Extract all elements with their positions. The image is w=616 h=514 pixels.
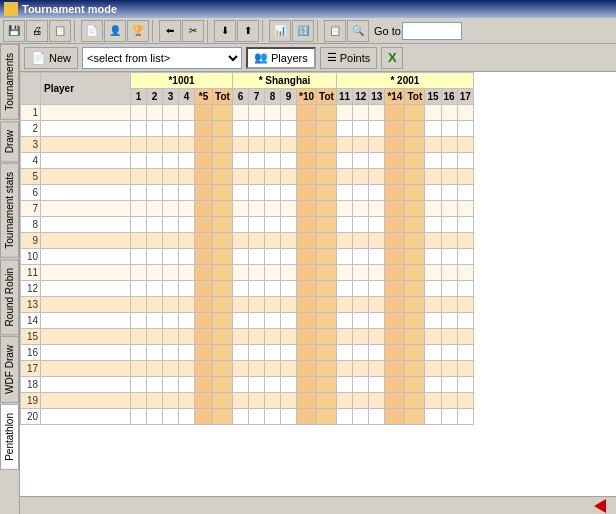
data-cell[interactable]: [441, 265, 457, 281]
data-cell[interactable]: [337, 185, 353, 201]
data-cell[interactable]: [163, 313, 179, 329]
data-cell[interactable]: [337, 345, 353, 361]
tot-cell[interactable]: [405, 137, 425, 153]
data-cell[interactable]: [131, 265, 147, 281]
data-cell[interactable]: [441, 297, 457, 313]
data-cell[interactable]: [281, 377, 297, 393]
data-cell[interactable]: [281, 393, 297, 409]
data-cell[interactable]: [457, 201, 473, 217]
data-cell[interactable]: [163, 201, 179, 217]
data-cell[interactable]: [131, 329, 147, 345]
tot-cell[interactable]: [317, 201, 337, 217]
data-cell[interactable]: [179, 345, 195, 361]
data-cell[interactable]: [425, 377, 441, 393]
player-name-cell[interactable]: [41, 249, 131, 265]
data-cell[interactable]: [131, 153, 147, 169]
data-cell[interactable]: [281, 169, 297, 185]
data-cell[interactable]: [369, 393, 385, 409]
data-cell[interactable]: [425, 249, 441, 265]
player-name-cell[interactable]: [41, 169, 131, 185]
player-name-cell[interactable]: [41, 137, 131, 153]
data-cell[interactable]: [265, 377, 281, 393]
data-cell[interactable]: [249, 153, 265, 169]
excel-button[interactable]: X: [381, 47, 403, 69]
star-cell[interactable]: [195, 409, 213, 425]
data-cell[interactable]: [147, 137, 163, 153]
data-cell[interactable]: [369, 217, 385, 233]
star-cell[interactable]: [385, 361, 405, 377]
grid-container[interactable]: Player *1001 * Shanghai * 2001 1 2 3 4 *…: [20, 72, 616, 496]
star-cell[interactable]: [385, 345, 405, 361]
star-cell[interactable]: [385, 281, 405, 297]
data-cell[interactable]: [353, 281, 369, 297]
data-cell[interactable]: [353, 393, 369, 409]
toolbar-btn-14[interactable]: 🔍: [347, 20, 369, 42]
data-cell[interactable]: [441, 345, 457, 361]
toolbar-btn-8[interactable]: ✂: [182, 20, 204, 42]
data-cell[interactable]: [265, 297, 281, 313]
data-cell[interactable]: [265, 409, 281, 425]
tot-cell[interactable]: [213, 153, 233, 169]
data-cell[interactable]: [233, 201, 249, 217]
data-cell[interactable]: [265, 329, 281, 345]
tot-cell[interactable]: [213, 393, 233, 409]
star-cell[interactable]: [195, 185, 213, 201]
tot-cell[interactable]: [405, 313, 425, 329]
star-cell[interactable]: [195, 361, 213, 377]
goto-input[interactable]: [402, 22, 462, 40]
data-cell[interactable]: [457, 169, 473, 185]
data-cell[interactable]: [131, 361, 147, 377]
data-cell[interactable]: [337, 265, 353, 281]
data-cell[interactable]: [233, 105, 249, 121]
star-cell[interactable]: [297, 329, 317, 345]
data-cell[interactable]: [281, 281, 297, 297]
data-cell[interactable]: [179, 153, 195, 169]
data-cell[interactable]: [441, 105, 457, 121]
tot-cell[interactable]: [213, 249, 233, 265]
star-cell[interactable]: [385, 121, 405, 137]
data-cell[interactable]: [425, 185, 441, 201]
data-cell[interactable]: [337, 409, 353, 425]
data-cell[interactable]: [233, 329, 249, 345]
data-cell[interactable]: [233, 185, 249, 201]
data-cell[interactable]: [163, 185, 179, 201]
data-cell[interactable]: [179, 265, 195, 281]
data-cell[interactable]: [131, 233, 147, 249]
player-name-cell[interactable]: [41, 345, 131, 361]
player-name-cell[interactable]: [41, 329, 131, 345]
data-cell[interactable]: [249, 361, 265, 377]
data-cell[interactable]: [179, 185, 195, 201]
data-cell[interactable]: [179, 233, 195, 249]
tot-cell[interactable]: [317, 313, 337, 329]
star-cell[interactable]: [297, 361, 317, 377]
tot-cell[interactable]: [317, 265, 337, 281]
tot-cell[interactable]: [213, 345, 233, 361]
data-cell[interactable]: [249, 105, 265, 121]
data-cell[interactable]: [233, 137, 249, 153]
data-cell[interactable]: [337, 313, 353, 329]
data-cell[interactable]: [353, 329, 369, 345]
tot-cell[interactable]: [213, 137, 233, 153]
data-cell[interactable]: [249, 249, 265, 265]
tot-cell[interactable]: [405, 409, 425, 425]
data-cell[interactable]: [147, 281, 163, 297]
data-cell[interactable]: [281, 297, 297, 313]
data-cell[interactable]: [441, 233, 457, 249]
data-cell[interactable]: [457, 377, 473, 393]
data-cell[interactable]: [163, 169, 179, 185]
data-cell[interactable]: [131, 105, 147, 121]
data-cell[interactable]: [369, 265, 385, 281]
tot-cell[interactable]: [213, 121, 233, 137]
tot-cell[interactable]: [405, 249, 425, 265]
data-cell[interactable]: [441, 393, 457, 409]
tot-cell[interactable]: [405, 297, 425, 313]
star-cell[interactable]: [385, 169, 405, 185]
sidebar-item-draw[interactable]: Draw: [0, 121, 19, 162]
star-cell[interactable]: [385, 185, 405, 201]
star-cell[interactable]: [195, 393, 213, 409]
data-cell[interactable]: [337, 121, 353, 137]
tot-cell[interactable]: [213, 201, 233, 217]
data-cell[interactable]: [457, 153, 473, 169]
sidebar-item-tournament-stats[interactable]: Tournament stats: [0, 163, 19, 258]
data-cell[interactable]: [131, 217, 147, 233]
